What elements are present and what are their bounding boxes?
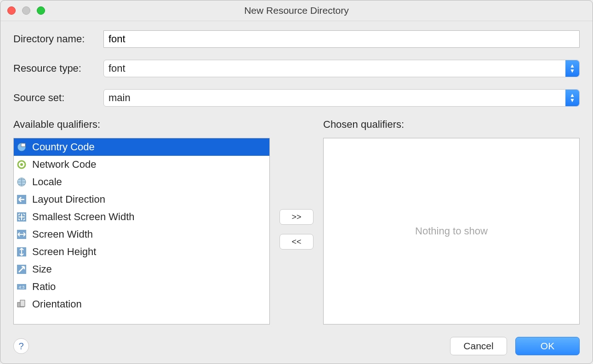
orientation-icon xyxy=(16,298,28,310)
window-title: New Resource Directory xyxy=(0,5,593,16)
resource-type-select[interactable]: font ▲ ▼ xyxy=(103,60,580,77)
qualifier-item-label: Size xyxy=(32,263,52,275)
available-qualifiers-list[interactable]: Country CodeNetwork CodeLocaleLayout Dir… xyxy=(13,138,270,324)
arrow-diag-icon xyxy=(16,263,28,275)
directory-name-input[interactable] xyxy=(103,30,580,48)
close-window-button[interactable] xyxy=(7,6,16,15)
qualifier-item-label: Screen Width xyxy=(32,228,93,240)
qualifier-item-label: Country Code xyxy=(32,141,95,153)
dialog-window: New Resource Directory Directory name: R… xyxy=(0,0,593,364)
window-controls xyxy=(0,6,45,15)
svg-point-3 xyxy=(20,163,23,166)
globe-flag-icon xyxy=(16,141,28,153)
caret-down-icon: ▼ xyxy=(570,68,575,74)
cancel-button[interactable]: Cancel xyxy=(450,337,507,355)
qualifier-item-smallest-w[interactable]: Smallest Screen Width xyxy=(14,208,269,226)
ok-button[interactable]: OK xyxy=(515,337,580,355)
qualifier-item-label: Screen Height xyxy=(32,246,96,258)
svg-rect-1 xyxy=(21,143,25,147)
transfer-buttons: >> << xyxy=(278,119,315,324)
available-qualifiers-label: Available qualifiers: xyxy=(13,119,270,131)
resource-type-row: Resource type: font ▲ ▼ xyxy=(13,60,580,77)
available-column: Available qualifiers: Country CodeNetwor… xyxy=(13,119,270,324)
qualifier-item-screen-w[interactable]: Screen Width xyxy=(14,226,269,243)
arrows-out-icon xyxy=(16,211,28,223)
svg-rect-13 xyxy=(20,300,25,307)
qualifier-item-label: Smallest Screen Width xyxy=(32,211,135,223)
help-button[interactable]: ? xyxy=(13,338,29,354)
qualifier-item-layout-dir[interactable]: Layout Direction xyxy=(14,191,269,208)
arrows-h-icon xyxy=(16,228,28,240)
chosen-qualifiers-list[interactable]: Nothing to show xyxy=(323,138,580,324)
source-set-label: Source set: xyxy=(13,92,103,104)
source-set-row: Source set: main ▲ ▼ xyxy=(13,89,580,107)
minimize-window-button[interactable] xyxy=(22,6,30,15)
qualifier-item-orientation[interactable]: Orientation xyxy=(14,296,269,313)
resource-type-stepper[interactable]: ▲ ▼ xyxy=(565,60,579,77)
qualifiers-section: Available qualifiers: Country CodeNetwor… xyxy=(13,119,580,324)
network-icon xyxy=(16,159,28,171)
footer-buttons: Cancel OK xyxy=(450,337,580,355)
svg-text:4:3: 4:3 xyxy=(19,285,25,290)
dialog-content: Directory name: Resource type: font ▲ ▼ … xyxy=(0,21,593,326)
source-set-stepper[interactable]: ▲ ▼ xyxy=(565,90,579,106)
chosen-column: Chosen qualifiers: Nothing to show xyxy=(323,119,580,324)
qualifier-item-label: Network Code xyxy=(32,159,96,171)
qualifier-item-screen-h[interactable]: Screen Height xyxy=(14,243,269,261)
dialog-footer: ? Cancel OK xyxy=(13,337,580,355)
chosen-qualifiers-label: Chosen qualifiers: xyxy=(323,119,580,131)
resource-type-value: font xyxy=(108,63,125,74)
qualifier-item-label: Orientation xyxy=(32,298,82,310)
source-set-select[interactable]: main ▲ ▼ xyxy=(103,89,580,107)
qualifier-item-locale[interactable]: Locale xyxy=(14,173,269,191)
qualifier-item-ratio[interactable]: 4:3Ratio xyxy=(14,278,269,296)
arrows-v-icon xyxy=(16,246,28,258)
qualifier-item-size[interactable]: Size xyxy=(14,261,269,278)
globe-icon xyxy=(16,176,28,188)
arrow-left-icon xyxy=(16,193,28,205)
directory-name-row: Directory name: xyxy=(13,30,580,48)
caret-down-icon: ▼ xyxy=(570,98,575,103)
titlebar: New Resource Directory xyxy=(0,0,593,21)
zoom-window-button[interactable] xyxy=(37,6,45,15)
add-qualifier-button[interactable]: >> xyxy=(279,209,314,225)
qualifier-item-country-code[interactable]: Country Code xyxy=(14,138,269,156)
remove-qualifier-button[interactable]: << xyxy=(279,234,314,250)
resource-type-label: Resource type: xyxy=(13,63,103,74)
source-set-value: main xyxy=(108,92,131,104)
chosen-empty-text: Nothing to show xyxy=(415,225,488,237)
directory-name-label: Directory name: xyxy=(13,33,103,45)
ratio-icon: 4:3 xyxy=(16,281,28,293)
qualifier-item-network-code[interactable]: Network Code xyxy=(14,156,269,173)
qualifier-item-label: Locale xyxy=(32,176,62,188)
qualifier-item-label: Layout Direction xyxy=(32,193,105,205)
qualifier-item-label: Ratio xyxy=(32,281,56,293)
